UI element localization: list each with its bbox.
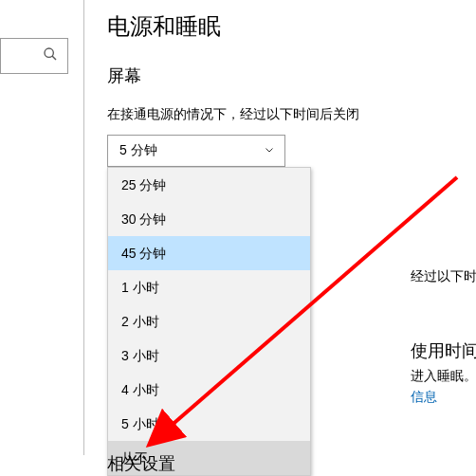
dropdown-listbox[interactable]: 25 分钟30 分钟45 分钟1 小时2 小时3 小时4 小时5 小时从不	[107, 167, 311, 476]
dropdown-option[interactable]: 3 小时	[108, 339, 310, 373]
search-box[interactable]	[0, 38, 68, 74]
dropdown-option[interactable]: 5 小时	[108, 407, 310, 441]
dropdown-option[interactable]: 45 分钟	[108, 236, 310, 270]
screen-off-dropdown[interactable]: 5 分钟	[107, 135, 285, 167]
section-screen-title: 屏幕	[107, 64, 476, 87]
svg-line-1	[52, 56, 56, 60]
right-panel-title: 使用时间	[411, 339, 476, 362]
dropdown-option[interactable]: 2 小时	[108, 304, 310, 339]
svg-point-0	[45, 48, 53, 57]
page-title: 电源和睡眠	[107, 11, 476, 42]
dropdown-option[interactable]: 30 分钟	[108, 202, 310, 236]
screen-off-label: 在接通电源的情况下，经过以下时间后关闭	[107, 106, 476, 123]
right-panel-link[interactable]: 信息	[411, 389, 437, 406]
dropdown-option[interactable]: 25 分钟	[108, 168, 310, 202]
vertical-divider	[83, 0, 84, 455]
sleep-label-fragment: 经过以下时间后进入睡眠状态	[411, 268, 476, 285]
dropdown-option[interactable]: 4 小时	[108, 373, 310, 407]
chevron-down-icon	[264, 143, 275, 158]
search-icon	[43, 46, 58, 65]
screen-off-selected: 5 分钟	[119, 142, 157, 159]
related-settings-title: 相关设置	[107, 452, 175, 475]
right-panel-sub: 进入睡眠。	[411, 368, 476, 385]
main-content: 电源和睡眠 屏幕 在接通电源的情况下，经过以下时间后关闭 5 分钟 25 分钟3…	[107, 0, 476, 476]
dropdown-option[interactable]: 1 小时	[108, 270, 310, 304]
